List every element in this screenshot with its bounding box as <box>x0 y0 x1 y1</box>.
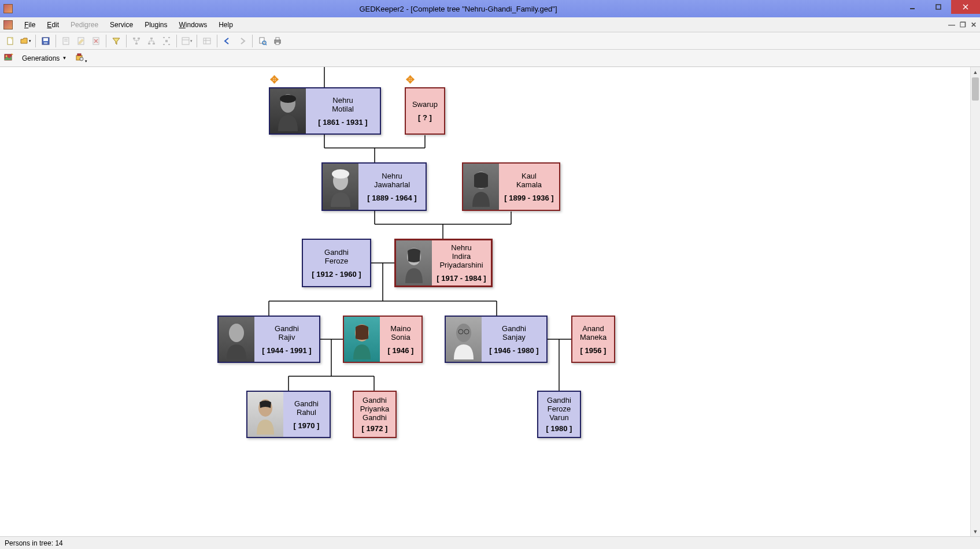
new-file-button[interactable] <box>3 34 17 48</box>
print-button[interactable] <box>271 34 284 48</box>
person-card-rajiv[interactable]: GandhiRajiv [ 1944 - 1991 ] <box>217 316 320 363</box>
svg-rect-30 <box>163 37 165 38</box>
scroll-down-button[interactable]: ▼ <box>971 526 980 536</box>
delete-record-button[interactable] <box>89 34 103 48</box>
svg-rect-24 <box>153 43 155 44</box>
person-card-sonia[interactable]: MainoSonia [ 1946 ] <box>343 316 423 363</box>
svg-rect-15 <box>135 43 138 44</box>
open-file-button[interactable]: ▾ <box>19 34 32 48</box>
expand-icon[interactable]: ✥ <box>405 76 415 86</box>
svg-rect-29 <box>165 40 168 42</box>
person-photo <box>446 317 482 362</box>
person-surname: Nehru <box>382 172 402 180</box>
person-years: [ 1944 - 1991 ] <box>262 346 311 355</box>
stats-button[interactable] <box>200 34 214 48</box>
edit-record-button[interactable] <box>74 34 88 48</box>
tree-canvas[interactable]: ✥ ✥ NehruMotilal [ 1861 - 1931 ] Swarup … <box>0 67 980 536</box>
svg-point-74 <box>332 169 349 179</box>
person-card-priyanka[interactable]: GandhiPriyankaGandhi [ 1972 ] <box>353 391 397 438</box>
person-surname: Gandhi <box>275 324 299 333</box>
scroll-thumb[interactable] <box>972 77 979 101</box>
person-given: Rajiv <box>279 333 295 342</box>
export-image-button[interactable] <box>3 52 14 64</box>
person-given: Feroze <box>548 405 571 413</box>
mdi-close-button[interactable]: ✕ <box>971 21 977 29</box>
menu-file[interactable]: Filedocument.currentScript.previousEleme… <box>19 18 41 31</box>
main-toolbar: ▾ ▾ <box>0 32 980 50</box>
minimize-button[interactable] <box>899 0 925 14</box>
svg-rect-22 <box>150 38 153 39</box>
svg-rect-34 <box>182 38 189 44</box>
save-button[interactable] <box>39 34 53 48</box>
nav-back-button[interactable] <box>220 34 234 48</box>
person-photo <box>463 164 499 210</box>
svg-rect-44 <box>276 42 279 44</box>
person-given: Sonia <box>391 333 410 342</box>
svg-point-49 <box>80 57 83 61</box>
mdi-restore-button[interactable]: ❐ <box>960 21 966 29</box>
person-years: [ 1899 - 1936 ] <box>504 194 553 202</box>
svg-rect-7 <box>44 42 47 44</box>
svg-rect-23 <box>148 43 150 44</box>
person-years: [ 1861 - 1931 ] <box>318 118 367 127</box>
person-photo <box>344 317 380 362</box>
menu-plugins[interactable]: Plugins <box>139 18 173 31</box>
tree-toolbar: Generations ▼ ▾ <box>0 50 980 67</box>
menu-help[interactable]: Help <box>213 18 239 31</box>
menu-service[interactable]: Service <box>104 18 139 31</box>
person-card-kamala[interactable]: KaulKamala [ 1899 - 1936 ] <box>462 162 560 211</box>
pedigree-button[interactable]: ▾ <box>180 34 194 48</box>
person-surname: Swarup <box>412 100 438 109</box>
tree-both-button[interactable] <box>160 34 173 48</box>
window-title: GEDKeeper2 - [Complete tree "Nehru-Ghand… <box>17 5 899 13</box>
person-photo <box>270 88 306 133</box>
maximize-button[interactable] <box>925 0 951 14</box>
person-photo <box>247 392 283 437</box>
svg-rect-39 <box>260 38 264 43</box>
nav-forward-button[interactable] <box>235 34 249 48</box>
tree-descendants-button[interactable] <box>145 34 158 48</box>
mdi-minimize-button[interactable]: — <box>948 21 955 29</box>
person-surname: Maino <box>390 324 411 333</box>
generations-label: Generations <box>22 54 60 62</box>
person-photo <box>396 240 432 285</box>
menu-edit[interactable]: Edit <box>41 18 65 31</box>
vertical-scrollbar[interactable]: ▲ ▼ <box>970 67 980 536</box>
person-years: [ 1972 ] <box>362 424 388 433</box>
person-years: [ 1970 ] <box>294 421 320 430</box>
person-card-varun[interactable]: GandhiFerozeVarun [ 1980 ] <box>537 391 581 438</box>
titlebar: GEDKeeper2 - [Complete tree "Nehru-Ghand… <box>0 0 980 17</box>
options-button[interactable]: ▾ <box>75 52 87 64</box>
preview-button[interactable] <box>256 34 269 48</box>
svg-rect-17 <box>138 38 140 39</box>
person-given2: Gandhi <box>363 413 387 422</box>
add-record-button[interactable] <box>59 34 73 48</box>
svg-point-79 <box>456 324 471 342</box>
svg-rect-36 <box>204 38 210 44</box>
menu-pedigree: Pedigree <box>65 18 104 31</box>
person-given: Priyanka <box>360 405 390 413</box>
person-card-rahul[interactable]: GandhiRahul [ 1970 ] <box>246 391 331 438</box>
close-button[interactable] <box>951 0 980 14</box>
menu-windows[interactable]: Windows <box>173 18 213 31</box>
person-card-feroze[interactable]: GandhiFeroze [ 1912 - 1960 ] <box>302 239 371 287</box>
svg-rect-6 <box>43 38 48 41</box>
person-card-swarup[interactable]: Swarup [ ? ] <box>405 87 445 135</box>
generations-dropdown[interactable]: Generations ▼ <box>19 53 70 64</box>
person-card-sanjay[interactable]: GandhiSanjay [ 1946 - 1980 ] <box>445 316 548 363</box>
filter-button[interactable] <box>109 34 123 48</box>
person-years: [ 1889 - 1964 ] <box>367 194 416 202</box>
person-card-jawaharlal[interactable]: NehruJawaharlal [ 1889 - 1964 ] <box>321 162 427 211</box>
tree-ancestors-button[interactable] <box>130 34 143 48</box>
person-card-motilal[interactable]: NehruMotilal [ 1861 - 1931 ] <box>269 87 381 135</box>
tree-connectors <box>0 67 980 536</box>
person-surname: Gandhi <box>547 396 571 405</box>
person-card-maneka[interactable]: AnandManeka [ 1956 ] <box>571 316 615 363</box>
expand-icon[interactable]: ✥ <box>269 76 279 86</box>
person-card-indira[interactable]: NehruIndiraPriyadarshini [ 1917 - 1984 ] <box>394 239 493 287</box>
menubar: Filedocument.currentScript.previousEleme… <box>0 17 980 32</box>
scroll-up-button[interactable]: ▲ <box>971 67 980 77</box>
svg-rect-1 <box>936 5 941 9</box>
person-photo <box>323 164 358 210</box>
svg-rect-43 <box>276 38 279 40</box>
